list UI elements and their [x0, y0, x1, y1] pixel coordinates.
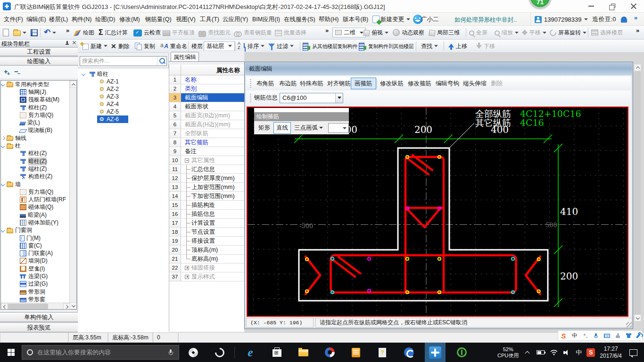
- ime-indicator[interactable]: 中: [576, 348, 582, 357]
- filter[interactable]: 过滤: [268, 42, 294, 50]
- scroll-down-icon[interactable]: [634, 314, 641, 321]
- taskbar-app-edge[interactable]: e: [240, 343, 261, 362]
- copy-component[interactable]: 复制: [135, 42, 155, 50]
- close-button[interactable]: [623, 0, 644, 12]
- module-item-门M[interactable]: 门(M): [1, 234, 76, 242]
- menu-overflow-chevron[interactable]: »: [634, 14, 636, 21]
- select-floor[interactable]: 选择楼层: [591, 29, 623, 37]
- top-view[interactable]: 俯视: [363, 29, 388, 37]
- module-item-带形洞[interactable]: 带形洞: [1, 288, 76, 296]
- find[interactable]: 查找: [419, 42, 438, 50]
- module-item-窗C[interactable]: 窗(C): [1, 242, 76, 249]
- search-input[interactable]: 搜索构件...: [80, 57, 157, 65]
- wifi-icon[interactable]: [550, 350, 558, 355]
- move-up[interactable]: 上移: [448, 42, 467, 50]
- property-row-4[interactable]: 4截面形状: [169, 102, 245, 111]
- start-button[interactable]: [0, 343, 22, 362]
- view-rebar-qty[interactable]: 查看钢筋量: [234, 29, 272, 37]
- component-item-AZ-1[interactable]: ⚙︎AZ-1: [78, 78, 169, 85]
- dialog-tool-end-extend[interactable]: 端头伸缩: [463, 80, 487, 88]
- local-3d[interactable]: 局部三维: [429, 29, 460, 37]
- module-item-连梁G[interactable]: 连梁(G): [1, 272, 76, 280]
- rebar-info-combo[interactable]: C6@100: [280, 93, 343, 103]
- floor-combo[interactable]: 基础层: [204, 41, 235, 51]
- open-file-dropdown-icon[interactable]: [23, 32, 26, 33]
- property-row-22[interactable]: 22锚固搭接: [169, 263, 245, 272]
- copy-from-floor[interactable]: 从其他楼层复制构件: [303, 42, 357, 49]
- notification-bell-icon[interactable]: [621, 16, 627, 23]
- expand-icon[interactable]: [185, 266, 189, 270]
- property-row-7[interactable]: 7全部纵筋: [169, 129, 245, 138]
- report-preview-button[interactable]: 报表预览: [0, 322, 78, 332]
- property-row-14[interactable]: 14下加密范围(mm): [169, 192, 245, 201]
- dialog-resize-grip[interactable]: [626, 322, 632, 328]
- sort-dropdown-icon[interactable]: [261, 45, 264, 47]
- property-row-12[interactable]: 12保护层厚度(mm): [169, 174, 245, 183]
- sogou-logo-icon[interactable]: S: [561, 332, 566, 340]
- taskbar-app-store[interactable]: [266, 343, 287, 362]
- module-group-2-轴线[interactable]: 轴线: [1, 134, 76, 142]
- module-item-现浇板B[interactable]: 现浇板(B): [1, 127, 76, 134]
- cpu-usage-widget[interactable]: 52%CPU使用: [497, 346, 519, 359]
- dialog-tool-edit-hooks[interactable]: 编辑弯钩: [436, 80, 459, 88]
- property-row-5[interactable]: 5截面宽(B边)(mm): [169, 111, 245, 120]
- help-question-link[interactable]: 如何处理异形柱中非封..: [454, 16, 517, 24]
- property-row-13[interactable]: 13上加密范围(mm): [169, 183, 245, 192]
- new-component-dropdown-icon[interactable]: [104, 45, 107, 47]
- module-group-5-门窗洞[interactable]: 门窗洞: [1, 227, 76, 234]
- dialog-tool-edit-long-bars[interactable]: 修改纵筋: [380, 80, 404, 88]
- module-tree-hscrollbar[interactable]: [1, 303, 70, 309]
- sort[interactable]: Z排序: [238, 42, 264, 50]
- new-file[interactable]: [3, 29, 9, 36]
- project-settings-button[interactable]: 工程设置: [0, 47, 78, 56]
- filter-dropdown-icon[interactable]: [290, 45, 294, 47]
- module-item-筏板基础M[interactable]: 筏板基础(M): [1, 96, 76, 104]
- property-row-2[interactable]: 2类别: [169, 84, 245, 93]
- taskbar-app-help-doc[interactable]: [372, 343, 393, 362]
- find-element[interactable]: 查找图元: [198, 29, 231, 37]
- ime-account-icon[interactable]: [616, 333, 620, 338]
- find-dropdown-icon[interactable]: [434, 45, 438, 47]
- batch-select[interactable]: 批量选择: [275, 29, 306, 37]
- undo-dropdown-icon[interactable]: [52, 32, 56, 33]
- module-item-构造柱Z[interactable]: 构造柱(Z): [1, 173, 76, 181]
- delete-component[interactable]: ✕删除: [111, 42, 130, 50]
- property-row-18[interactable]: 18节点设置: [169, 228, 245, 237]
- component-root[interactable]: 暗柱: [78, 70, 169, 78]
- scroll-left-icon[interactable]: [1, 303, 8, 310]
- save-file[interactable]: [31, 29, 38, 36]
- toolbar-overflow-chevron[interactable]: »: [325, 27, 328, 34]
- collapse-icon[interactable]: [1, 144, 6, 148]
- scroll-up-icon[interactable]: [70, 81, 77, 88]
- single-component-input-button[interactable]: 单构件输入: [0, 312, 78, 322]
- draw-mode-arc[interactable]: 三点画弧: [292, 123, 327, 133]
- draw-mode-rect[interactable]: 矩形: [256, 123, 272, 133]
- scroll-right-icon[interactable]: [63, 303, 70, 310]
- collapse-icon[interactable]: [185, 158, 189, 163]
- module-group-1-常用构件类型[interactable]: 常用构件类型: [1, 81, 76, 88]
- clock[interactable]: 17:272017/6/4: [600, 346, 622, 360]
- account-dropdown-icon[interactable]: [584, 18, 588, 20]
- module-item-门联窗A[interactable]: 门联窗(A): [1, 250, 76, 257]
- new-change-button[interactable]: 新建变更: [380, 16, 404, 24]
- taskbar-app-gswirl[interactable]: [209, 343, 230, 362]
- toolbar-overflow-chevron[interactable]: »: [66, 27, 68, 34]
- expand-icon[interactable]: [185, 275, 189, 279]
- new-change-dropdown-icon[interactable]: [406, 18, 410, 20]
- property-row-1[interactable]: 1名称: [169, 75, 245, 84]
- ime-punctuation-icon[interactable]: °,: [584, 333, 588, 338]
- collapse-all-icon[interactable]: −−: [14, 67, 20, 76]
- undo[interactable]: ↶: [44, 29, 56, 37]
- property-row-10[interactable]: 10其它属性: [169, 156, 245, 165]
- ime-tools-icon[interactable]: [636, 333, 641, 338]
- module-group-4-墙[interactable]: 墙: [1, 181, 76, 188]
- floor-label[interactable]: 楼层: [190, 42, 203, 50]
- draw-panel-title[interactable]: 绘制箍筋: [254, 112, 349, 121]
- expand-icon[interactable]: [1, 136, 6, 140]
- move-down[interactable]: 下移: [476, 42, 495, 50]
- module-item-壁龛I[interactable]: 壁龛(I): [1, 265, 76, 272]
- new-component[interactable]: 新建: [83, 42, 107, 50]
- rename-component[interactable]: 重命名: [160, 42, 187, 50]
- taskbar-search-box[interactable]: 在这里输入你要搜索的内容: [22, 345, 179, 360]
- pan-dropdown-icon[interactable]: [543, 32, 546, 33]
